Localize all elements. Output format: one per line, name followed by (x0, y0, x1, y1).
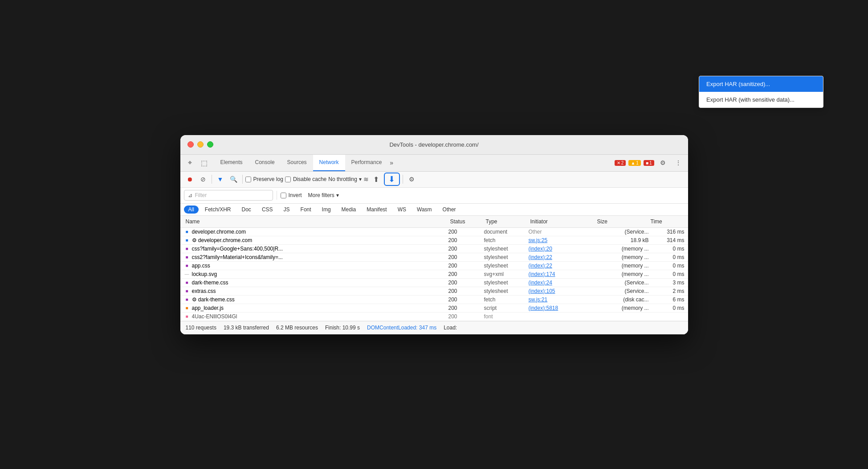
table-header: Name Status Type Initiator Size Time (180, 216, 688, 228)
chevron-down-icon: ▾ (359, 176, 362, 182)
table-row[interactable]: ■ ⚙ developer.chrome.com 200 fetch sw.js… (180, 236, 688, 245)
clear-button[interactable]: ⊘ (197, 173, 209, 185)
table-row[interactable]: ■ css?family=Google+Sans:400,500|R... 20… (180, 245, 688, 253)
table-row[interactable]: ■ dark-theme.css 200 stylesheet (index):… (180, 279, 688, 287)
devtools-body: ⌖ ⬚ Elements Console Sources Network Per… (180, 155, 688, 334)
col-size: Size (595, 218, 649, 226)
toolbar-divider-3 (403, 175, 403, 184)
more-options-button[interactable]: ⋮ (672, 156, 685, 169)
col-time: Time (649, 218, 685, 226)
table-row[interactable]: ■ css2?family=Material+Icons&family=... … (180, 253, 688, 262)
download-icon: ⬇ (388, 174, 395, 184)
css-icon: ■ (184, 288, 190, 294)
doc-icon: ■ (184, 237, 190, 243)
chip-img[interactable]: Img (318, 206, 335, 214)
title-bar: DevTools - developer.chrome.com/ (180, 135, 688, 155)
js-icon: ■ (184, 305, 190, 311)
window-title: DevTools - developer.chrome.com/ (389, 141, 478, 148)
chip-doc[interactable]: Doc (237, 206, 256, 214)
name-cell: ■ ⚙ developer.chrome.com (184, 237, 448, 243)
name-cell: ■ dark-theme.css (184, 280, 448, 286)
chip-fetch-xhr[interactable]: Fetch/XHR (200, 206, 236, 214)
error-badge: ✕ 2 (615, 160, 626, 166)
chip-font[interactable]: Font (296, 206, 316, 214)
cursor-icon-button[interactable]: ⌖ (184, 156, 196, 169)
throttle-select[interactable]: No throttling ▾ (328, 176, 362, 182)
name-cell: — lockup.svg (184, 271, 448, 277)
col-status: Status (448, 218, 484, 226)
tab-sources[interactable]: Sources (281, 154, 313, 171)
network-settings-button[interactable]: ⚙ (406, 173, 418, 185)
table-row[interactable]: ■ 4Uac-ENlllOS0l4Gl 200 font (180, 313, 688, 321)
invert-label[interactable]: Invert (281, 192, 302, 198)
disable-cache-checkbox[interactable] (285, 177, 291, 182)
chip-other[interactable]: Other (438, 206, 460, 214)
chip-manifest[interactable]: Manifest (362, 206, 391, 214)
more-filters-button[interactable]: More filters ▾ (306, 191, 342, 199)
svg-icon: — (184, 271, 190, 277)
maximize-button[interactable] (207, 141, 213, 148)
chip-all[interactable]: All (184, 206, 199, 214)
tab-performance[interactable]: Performance (345, 154, 388, 171)
finish-time: Finish: 10.99 s (325, 325, 360, 331)
col-name: Name (184, 218, 448, 226)
status-bar: 110 requests 19.3 kB transferred 6.2 MB … (180, 321, 688, 334)
chip-media[interactable]: Media (337, 206, 361, 214)
col-type: Type (484, 218, 529, 226)
wifi-icon: ≋ (363, 176, 369, 183)
search-button[interactable]: 🔍 (228, 173, 240, 185)
transferred-size: 19.3 kB transferred (224, 325, 269, 331)
resources-size: 6.2 MB resources (276, 325, 318, 331)
error-x-icon: ✕ (617, 160, 620, 165)
table-row[interactable]: ■ app.css 200 stylesheet (index):22 (mem… (180, 262, 688, 270)
table-row[interactable]: ■ extras.css 200 stylesheet (index):105 … (180, 287, 688, 296)
settings-button[interactable]: ⚙ (657, 156, 669, 169)
devtools-window: DevTools - developer.chrome.com/ ⌖ ⬚ Ele… (180, 135, 688, 334)
type-filter-bar: All Fetch/XHR Doc CSS JS Font Img Media … (180, 204, 688, 216)
invert-checkbox[interactable] (281, 193, 286, 198)
table-body: ■ developer.chrome.com 200 document Othe… (180, 228, 688, 321)
table-row[interactable]: ■ app_loader.js 200 script (index):5818 … (180, 304, 688, 313)
disable-cache-label[interactable]: Disable cache (285, 176, 326, 182)
toolbar-divider-2 (242, 175, 243, 184)
chip-ws[interactable]: WS (393, 206, 411, 214)
preserve-log-label[interactable]: Preserve log (245, 176, 283, 182)
name-cell: ■ app.css (184, 263, 448, 269)
chip-wasm[interactable]: Wasm (412, 206, 436, 214)
load-time: Load: (444, 325, 457, 331)
filter-bar: ⊿ Filter Invert More filters ▾ (180, 188, 688, 204)
css-icon: ■ (184, 254, 190, 260)
table-row[interactable]: ■ developer.chrome.com 200 document Othe… (180, 228, 688, 236)
network-toolbar: ⏺ ⊘ ▼ 🔍 Preserve log Disable cache No th… (180, 172, 688, 188)
chip-css[interactable]: CSS (257, 206, 277, 214)
table-row[interactable]: ■ ⚙ dark-theme.css 200 fetch sw.js:21 (d… (180, 296, 688, 304)
name-cell: ■ css?family=Google+Sans:400,500|R... (184, 246, 448, 252)
tabs-bar: ⌖ ⬚ Elements Console Sources Network Per… (180, 155, 688, 172)
export-har-button[interactable]: ⬇ (384, 173, 400, 186)
more-tabs-button[interactable]: » (388, 158, 395, 167)
filter-funnel-icon: ⊿ (188, 192, 192, 198)
tab-elements[interactable]: Elements (214, 154, 249, 171)
preserve-log-checkbox[interactable] (245, 177, 251, 182)
domcontentloaded-time: DOMContentLoaded: 347 ms (367, 325, 436, 331)
filter-input-container: ⊿ Filter (184, 190, 273, 201)
name-cell: ■ css2?family=Material+Icons&family=... (184, 254, 448, 260)
export-button-container: ⬇ (384, 173, 400, 186)
close-button[interactable] (187, 141, 194, 148)
tab-network[interactable]: Network (313, 154, 345, 171)
minimize-button[interactable] (197, 141, 204, 148)
table-row[interactable]: — lockup.svg 200 svg+xml (index):174 (me… (180, 270, 688, 279)
tab-console[interactable]: Console (249, 154, 281, 171)
chip-js[interactable]: JS (279, 206, 294, 214)
warn-badge: ▲ 1 (628, 160, 640, 166)
col-initiator: Initiator (529, 218, 595, 226)
warn-triangle-icon: ▲ (631, 160, 635, 165)
info-badge: ■ 1 (644, 160, 654, 166)
chevron-down-icon: ▾ (336, 192, 339, 198)
name-cell: ■ extras.css (184, 288, 448, 294)
record-stop-button[interactable]: ⏺ (184, 173, 196, 185)
upload-button[interactable]: ⬆ (371, 173, 382, 185)
inspector-icon-button[interactable]: ⬚ (198, 156, 211, 169)
filter-button[interactable]: ▼ (215, 173, 226, 185)
traffic-lights (187, 141, 213, 148)
